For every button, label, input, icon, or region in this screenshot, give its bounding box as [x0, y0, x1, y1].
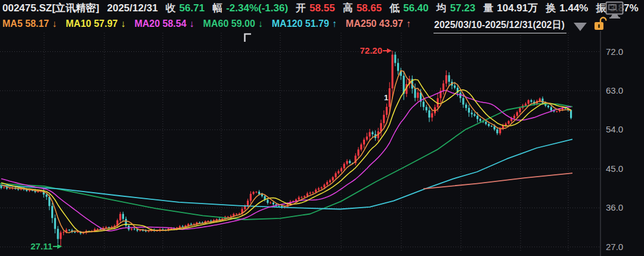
quote-field-avg: 均57.23 [436, 1, 476, 15]
field-value: 57.23 [450, 2, 476, 14]
ma-legend-ma120[interactable]: MA120 51.79↑ [272, 18, 337, 29]
y-axis-label: 54.0 [606, 124, 623, 134]
ma120-line [0, 139, 572, 209]
monitor-icon[interactable] [605, 1, 624, 21]
y-axis-label: 27.0 [606, 242, 623, 252]
symbol-name: 002475.SZ[立讯精密] [2, 1, 100, 15]
ma-legend-items: MA5 58.17↓MA10 57.97↓MA20 58.54↓MA60 59.… [2, 18, 411, 29]
arrow-down-icon: ↓ [190, 18, 194, 29]
ma-lines-layer [0, 70, 572, 233]
ma-legend-ma250[interactable]: MA250 43.97↑ [346, 18, 411, 29]
field-value: 56.71 [179, 2, 205, 14]
field-value: 104.91万 [497, 1, 538, 15]
arrow-down-icon: ↓ [120, 18, 125, 29]
grid-layer [0, 33, 600, 251]
quote-field-open: 开58.55 [296, 1, 335, 15]
axis-annotations-layer: 72.063.054.045.036.027.072.2027.111 [30, 31, 623, 256]
quote-field-low: 低56.40 [389, 1, 429, 15]
date-range-selector[interactable]: 2025/03/10-2025/12/31(202日) [434, 17, 608, 35]
high-price-annotation: 72.20 [360, 45, 382, 55]
ma-label: MA20 58.54 [134, 18, 186, 29]
field-value: -2.34%(-1.36) [226, 2, 288, 14]
arrow-down-icon: ↓ [258, 18, 263, 29]
quote-fields: 收56.71幅-2.34%(-1.36)开58.55高58.65低56.40均5… [166, 1, 644, 15]
quote-header: 002475.SZ[立讯精密] 2025/12/31 收56.71幅-2.34%… [0, 0, 644, 16]
field-label: 换 [546, 1, 556, 15]
quote-date: 2025/12/31 [107, 2, 158, 14]
corner-bracket-marker [245, 34, 252, 42]
ma-label: MA60 59.00 [203, 18, 255, 29]
field-label: 量 [483, 1, 493, 15]
ma-legend-ma20[interactable]: MA20 58.54↓ [134, 18, 194, 29]
ma5-line [1, 70, 571, 233]
quote-field-change: 幅-2.34%(-1.36) [212, 1, 288, 15]
field-label: 幅 [212, 1, 222, 15]
ma-legend-ma5[interactable]: MA5 58.17↓ [2, 18, 57, 29]
quote-field-close: 收56.71 [166, 1, 205, 15]
field-label: 开 [296, 1, 306, 15]
quote-field-turnover: 换1.44% [546, 1, 588, 15]
ma-legend-ma10[interactable]: MA10 57.97↓ [66, 18, 125, 29]
arrow-down-icon: ↓ [52, 18, 57, 29]
y-axis-label: 63.0 [606, 85, 623, 95]
low-price-annotation: 27.11 [30, 241, 52, 251]
field-value: 58.55 [309, 2, 335, 14]
ma-label: MA5 58.17 [2, 18, 49, 29]
field-label: 均 [436, 1, 447, 15]
price-chart[interactable]: 72.063.054.045.036.027.072.2027.111 [0, 0, 644, 256]
field-label: 振 [596, 1, 606, 15]
ma-label: MA250 43.97 [346, 18, 403, 29]
chevron-down-icon[interactable] [574, 23, 587, 31]
arrow-up-icon: ↑ [332, 18, 337, 29]
field-value: 1.44% [559, 2, 588, 14]
field-label: 低 [389, 1, 400, 15]
stock-chart-window: 72.063.054.045.036.027.072.2027.111 0024… [0, 0, 644, 256]
field-label: 高 [343, 1, 353, 15]
arrow-up-icon: ↑ [406, 18, 411, 29]
field-value: 58.65 [357, 2, 382, 14]
ma-label: MA10 57.97 [66, 18, 117, 29]
event-marker[interactable]: 1 [384, 93, 388, 102]
ma-label: MA120 51.79 [272, 18, 329, 29]
y-axis-label: 45.0 [606, 164, 623, 174]
quote-field-volume: 量104.91万 [483, 1, 538, 15]
date-range-label[interactable]: 2025/03/10-2025/12/31(202日) [434, 19, 566, 33]
ma-legend-ma60[interactable]: MA60 59.00↓ [203, 18, 263, 29]
field-value: 56.40 [403, 2, 429, 14]
ma-legend-bar: MA5 58.17↓MA10 57.97↓MA20 58.54↓MA60 59.… [0, 16, 644, 32]
field-label: 收 [166, 1, 176, 15]
quote-field-high: 高58.65 [343, 1, 382, 15]
y-axis-label: 72.0 [606, 47, 623, 57]
y-axis-label: 36.0 [606, 202, 623, 212]
ma20-line [1, 90, 571, 231]
